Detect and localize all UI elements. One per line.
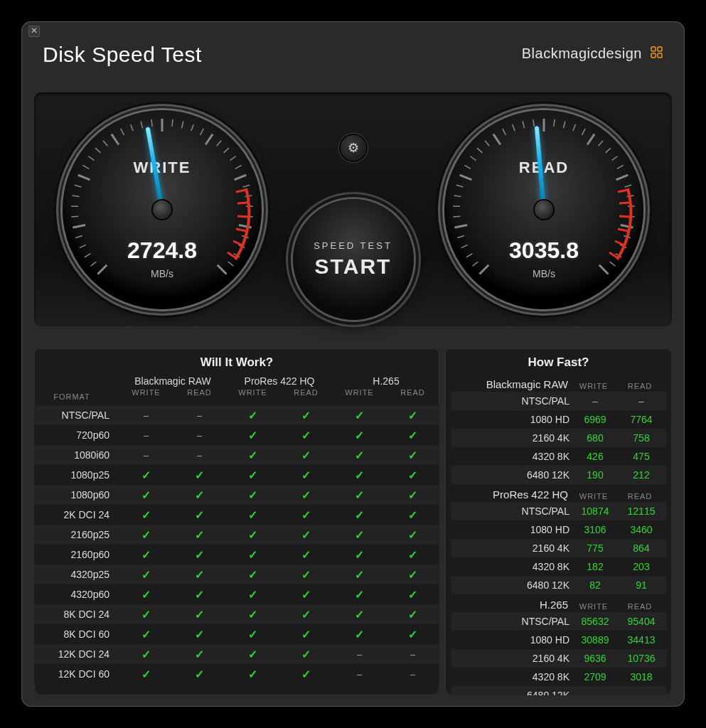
cell-check: ✓ (279, 545, 333, 564)
check-icon: ✓ (141, 469, 151, 482)
check-icon: ✓ (355, 608, 364, 621)
svg-line-20 (121, 129, 124, 135)
dash-icon: – (144, 450, 149, 461)
check-icon: ✓ (355, 508, 364, 522)
check-icon: ✓ (141, 648, 151, 661)
check-icon: ✓ (141, 528, 151, 542)
hf-write-value: 6969 (574, 414, 616, 425)
check-icon: ✓ (248, 429, 257, 442)
svg-line-26 (182, 122, 183, 129)
cell-check: ✓ (279, 564, 333, 584)
codec-block: ProRes 422 HQ WRITE READ NTSC/PAL 10874 … (451, 487, 666, 594)
svg-line-85 (628, 216, 635, 217)
sub-col: READ (173, 388, 226, 405)
sub-col: WRITE (119, 388, 173, 405)
hf-write-value: 82 (574, 579, 616, 591)
svg-line-10 (71, 216, 78, 217)
cell-check: ✓ (173, 624, 226, 644)
write-gauge-hub (153, 200, 171, 219)
format-name: 2160p25 (34, 525, 119, 545)
codec-group: H.265 (333, 374, 439, 388)
format-name: NTSC/PAL (34, 405, 119, 425)
start-line2: START (293, 255, 414, 279)
how-fast-row: NTSC/PAL – – (451, 392, 666, 410)
write-col: WRITE (572, 492, 615, 500)
svg-line-19 (112, 134, 119, 145)
sub-col: READ (386, 388, 439, 405)
brand-logo: Blackmagicdesign (522, 46, 663, 63)
svg-line-13 (75, 185, 82, 187)
check-icon: ✓ (301, 588, 311, 601)
svg-line-70 (533, 119, 534, 127)
hf-write-value: 2709 (574, 671, 616, 682)
cell-check: ✓ (173, 664, 226, 684)
cell-check: ✓ (226, 664, 279, 684)
hf-write-value: – (574, 690, 616, 695)
cell-dash: – (173, 425, 226, 445)
cell-check: ✓ (279, 485, 333, 505)
hf-format: 1080 HD (451, 414, 574, 425)
hf-read-value: 212 (616, 469, 666, 481)
format-name: 720p60 (34, 425, 119, 445)
dash-icon: – (144, 410, 149, 421)
check-icon: ✓ (248, 648, 257, 661)
svg-line-64 (477, 148, 482, 153)
check-icon: ✓ (248, 528, 257, 542)
check-icon: ✓ (248, 548, 257, 562)
check-icon: ✓ (355, 548, 364, 562)
dash-icon: – (197, 450, 202, 461)
codec-group: ProRes 422 HQ (226, 374, 333, 388)
hf-read-value: 34413 (616, 634, 666, 646)
how-fast-panel: How Fast? Blackmagic RAW WRITE READ NTSC… (445, 348, 672, 695)
check-icon: ✓ (301, 508, 311, 522)
check-icon: ✓ (301, 548, 311, 562)
check-icon: ✓ (195, 528, 204, 542)
svg-line-67 (503, 129, 506, 135)
codec-name: ProRes 422 HQ (452, 488, 572, 500)
hf-read-value: 203 (616, 561, 666, 572)
svg-line-60 (456, 185, 464, 187)
check-icon: ✓ (195, 548, 204, 562)
cell-check: ✓ (119, 525, 173, 545)
hf-format: 2160 4K (451, 653, 574, 664)
svg-line-74 (573, 124, 575, 131)
how-fast-row: 6480 12K 190 212 (451, 466, 666, 484)
hf-write-value: 426 (574, 451, 616, 462)
check-icon: ✓ (248, 409, 257, 422)
check-icon: ✓ (195, 588, 204, 601)
cell-check: ✓ (226, 505, 279, 525)
svg-line-30 (217, 141, 221, 146)
settings-button[interactable]: ⚙ (341, 135, 366, 161)
will-it-work-panel: Will It Work? Blackmagic RAW ProRes 422 … (34, 348, 439, 695)
hf-write-value: 3106 (574, 524, 616, 535)
svg-line-31 (224, 148, 229, 153)
cell-check: ✓ (173, 604, 226, 624)
cell-check: ✓ (226, 604, 279, 624)
svg-line-18 (103, 141, 107, 146)
sub-col: WRITE (226, 388, 279, 405)
check-icon: ✓ (355, 429, 364, 442)
svg-line-56 (454, 225, 467, 228)
svg-line-82 (625, 185, 632, 187)
start-button[interactable]: SPEED TEST START (293, 199, 414, 320)
check-icon: ✓ (301, 628, 311, 641)
cell-check: ✓ (226, 525, 279, 545)
cell-check: ✓ (119, 664, 173, 684)
cell-check: ✓ (279, 525, 333, 545)
cell-check: ✓ (226, 545, 279, 564)
how-fast-heading: How Fast? (445, 348, 672, 374)
hf-write-value: 85632 (574, 616, 616, 627)
svg-line-72 (554, 119, 555, 127)
cell-dash: – (173, 405, 226, 425)
cell-dash: – (119, 425, 173, 445)
format-name: 12K DCI 24 (34, 644, 119, 664)
how-fast-row: 4320 8K 426 475 (451, 447, 666, 466)
read-gauge-hub (535, 200, 553, 219)
format-header: FORMAT (34, 388, 119, 405)
hf-write-value: 182 (574, 561, 616, 572)
svg-rect-1 (658, 47, 662, 51)
how-fast-row: 4320 8K 2709 3018 (451, 668, 666, 686)
check-icon: ✓ (301, 528, 311, 542)
check-icon: ✓ (141, 588, 151, 601)
app-title: Disk Speed Test (43, 43, 202, 67)
